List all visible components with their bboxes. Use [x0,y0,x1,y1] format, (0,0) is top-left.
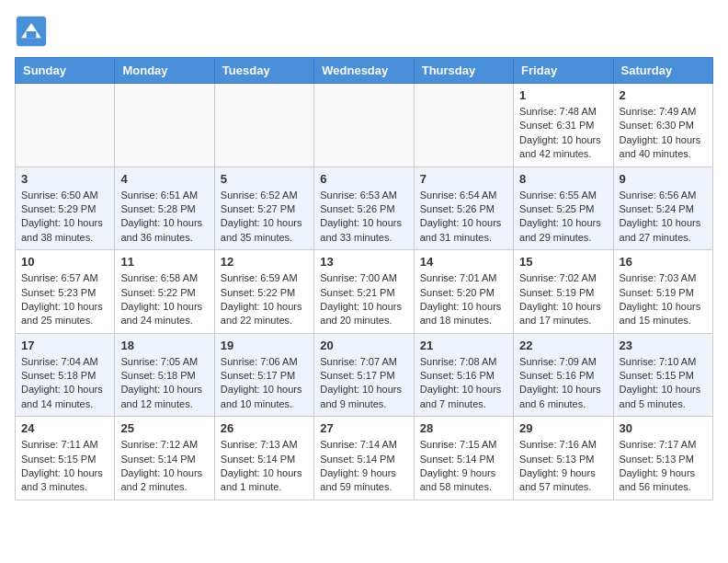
day-number: 15 [519,255,607,269]
calendar-empty-cell [214,84,313,167]
calendar-day-29: 29Sunrise: 7:16 AM Sunset: 5:13 PM Dayli… [514,417,613,500]
day-number: 10 [21,255,108,269]
day-number: 5 [221,172,308,186]
day-number: 27 [320,421,407,435]
weekday-header-sunday: Sunday [16,58,115,84]
day-info: Sunrise: 7:03 AM Sunset: 5:19 PM Dayligh… [620,271,707,328]
day-info: Sunrise: 6:59 AM Sunset: 5:22 PM Dayligh… [221,271,308,328]
calendar-day-25: 25Sunrise: 7:12 AM Sunset: 5:14 PM Dayli… [115,417,214,500]
calendar-day-10: 10Sunrise: 6:57 AM Sunset: 5:23 PM Dayli… [16,250,115,334]
day-number: 26 [221,421,308,435]
calendar-day-11: 11Sunrise: 6:58 AM Sunset: 5:22 PM Dayli… [115,250,214,334]
calendar-day-3: 3Sunrise: 6:50 AM Sunset: 5:29 PM Daylig… [16,167,115,250]
day-number: 2 [620,88,707,102]
calendar-day-21: 21Sunrise: 7:08 AM Sunset: 5:16 PM Dayli… [414,333,513,417]
weekday-header-wednesday: Wednesday [314,58,414,84]
day-number: 16 [620,255,707,269]
calendar-day-19: 19Sunrise: 7:06 AM Sunset: 5:17 PM Dayli… [214,333,313,417]
svg-rect-2 [27,31,37,38]
calendar-day-16: 16Sunrise: 7:03 AM Sunset: 5:19 PM Dayli… [613,250,712,334]
day-info: Sunrise: 7:04 AM Sunset: 5:18 PM Dayligh… [21,355,108,412]
day-info: Sunrise: 7:00 AM Sunset: 5:21 PM Dayligh… [320,271,407,328]
day-info: Sunrise: 6:50 AM Sunset: 5:29 PM Dayligh… [21,189,108,246]
day-number: 25 [120,421,208,435]
calendar-day-13: 13Sunrise: 7:00 AM Sunset: 5:21 PM Dayli… [314,250,414,334]
calendar-week-row: 1Sunrise: 7:48 AM Sunset: 6:31 PM Daylig… [16,84,713,167]
calendar-empty-cell [16,84,115,167]
day-number: 12 [221,255,308,269]
day-info: Sunrise: 7:48 AM Sunset: 6:31 PM Dayligh… [519,105,607,162]
day-info: Sunrise: 7:15 AM Sunset: 5:14 PM Dayligh… [420,438,507,495]
calendar-day-17: 17Sunrise: 7:04 AM Sunset: 5:18 PM Dayli… [16,333,115,417]
day-info: Sunrise: 7:09 AM Sunset: 5:16 PM Dayligh… [519,355,607,412]
day-info: Sunrise: 7:10 AM Sunset: 5:15 PM Dayligh… [620,355,707,412]
day-number: 9 [620,172,707,186]
day-info: Sunrise: 7:11 AM Sunset: 5:15 PM Dayligh… [21,438,108,495]
calendar-day-18: 18Sunrise: 7:05 AM Sunset: 5:18 PM Dayli… [115,333,214,417]
calendar-day-5: 5Sunrise: 6:52 AM Sunset: 5:27 PM Daylig… [214,167,313,250]
day-info: Sunrise: 6:54 AM Sunset: 5:26 PM Dayligh… [420,189,507,246]
day-number: 23 [620,339,707,352]
day-info: Sunrise: 7:05 AM Sunset: 5:18 PM Dayligh… [120,355,208,412]
weekday-header-friday: Friday [514,58,613,84]
day-number: 17 [21,339,108,352]
weekday-header-thursday: Thursday [414,58,513,84]
calendar-week-row: 24Sunrise: 7:11 AM Sunset: 5:15 PM Dayli… [16,417,713,500]
day-number: 19 [221,339,308,352]
calendar-week-row: 3Sunrise: 6:50 AM Sunset: 5:29 PM Daylig… [16,167,713,250]
day-number: 13 [320,255,407,269]
calendar-day-12: 12Sunrise: 6:59 AM Sunset: 5:22 PM Dayli… [214,250,313,334]
day-number: 6 [320,172,407,186]
day-number: 21 [420,339,507,352]
day-info: Sunrise: 7:17 AM Sunset: 5:13 PM Dayligh… [620,438,707,495]
day-info: Sunrise: 6:57 AM Sunset: 5:23 PM Dayligh… [21,271,108,328]
day-number: 20 [320,339,407,352]
calendar-header-row: SundayMondayTuesdayWednesdayThursdayFrid… [16,58,713,84]
calendar-day-28: 28Sunrise: 7:15 AM Sunset: 5:14 PM Dayli… [414,417,513,500]
weekday-header-monday: Monday [115,58,214,84]
day-number: 7 [420,172,507,186]
day-info: Sunrise: 7:14 AM Sunset: 5:14 PM Dayligh… [320,438,407,495]
calendar-day-30: 30Sunrise: 7:17 AM Sunset: 5:13 PM Dayli… [613,417,712,500]
day-number: 3 [21,172,108,186]
day-number: 14 [420,255,507,269]
calendar-day-27: 27Sunrise: 7:14 AM Sunset: 5:14 PM Dayli… [314,417,414,500]
day-number: 8 [519,172,607,186]
page-header [15,15,713,48]
calendar-day-1: 1Sunrise: 7:48 AM Sunset: 6:31 PM Daylig… [514,84,613,167]
day-number: 18 [120,339,208,352]
calendar-day-23: 23Sunrise: 7:10 AM Sunset: 5:15 PM Dayli… [613,333,712,417]
calendar-week-row: 17Sunrise: 7:04 AM Sunset: 5:18 PM Dayli… [16,333,713,417]
calendar-empty-cell [115,84,214,167]
day-info: Sunrise: 7:06 AM Sunset: 5:17 PM Dayligh… [221,355,308,412]
calendar-week-row: 10Sunrise: 6:57 AM Sunset: 5:23 PM Dayli… [16,250,713,334]
calendar-day-6: 6Sunrise: 6:53 AM Sunset: 5:26 PM Daylig… [314,167,414,250]
calendar-day-4: 4Sunrise: 6:51 AM Sunset: 5:28 PM Daylig… [115,167,214,250]
day-info: Sunrise: 7:49 AM Sunset: 6:30 PM Dayligh… [620,105,707,162]
day-number: 22 [519,339,607,352]
day-number: 4 [120,172,208,186]
day-number: 28 [420,421,507,435]
day-info: Sunrise: 6:53 AM Sunset: 5:26 PM Dayligh… [320,189,407,246]
calendar-empty-cell [414,84,513,167]
day-number: 11 [120,255,208,269]
weekday-header-saturday: Saturday [613,58,712,84]
day-info: Sunrise: 7:12 AM Sunset: 5:14 PM Dayligh… [120,438,208,495]
day-info: Sunrise: 6:56 AM Sunset: 5:24 PM Dayligh… [620,189,707,246]
weekday-header-tuesday: Tuesday [214,58,313,84]
day-info: Sunrise: 6:55 AM Sunset: 5:25 PM Dayligh… [519,189,607,246]
calendar-day-15: 15Sunrise: 7:02 AM Sunset: 5:19 PM Dayli… [514,250,613,334]
calendar-table: SundayMondayTuesdayWednesdayThursdayFrid… [15,57,713,500]
day-info: Sunrise: 7:01 AM Sunset: 5:20 PM Dayligh… [420,271,507,328]
day-info: Sunrise: 7:16 AM Sunset: 5:13 PM Dayligh… [519,438,607,495]
day-info: Sunrise: 7:02 AM Sunset: 5:19 PM Dayligh… [519,271,607,328]
calendar-empty-cell [314,84,414,167]
day-number: 1 [519,88,607,102]
logo [15,15,51,48]
day-info: Sunrise: 7:13 AM Sunset: 5:14 PM Dayligh… [221,438,308,495]
day-number: 30 [620,421,707,435]
calendar-day-26: 26Sunrise: 7:13 AM Sunset: 5:14 PM Dayli… [214,417,313,500]
calendar-day-9: 9Sunrise: 6:56 AM Sunset: 5:24 PM Daylig… [613,167,712,250]
day-info: Sunrise: 7:08 AM Sunset: 5:16 PM Dayligh… [420,355,507,412]
day-number: 29 [519,421,607,435]
